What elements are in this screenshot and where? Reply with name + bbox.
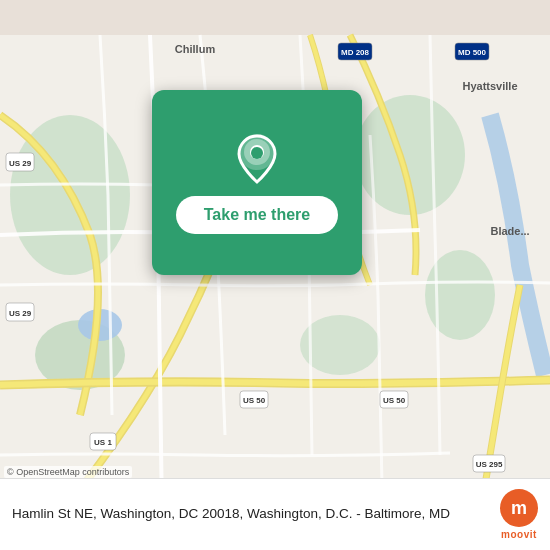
svg-text:US 29: US 29 [9,309,32,318]
svg-point-31 [251,147,263,159]
svg-text:US 1: US 1 [94,438,112,447]
osm-attribution: © OpenStreetMap contributors [4,466,132,478]
svg-text:Hyattsville: Hyattsville [462,80,517,92]
svg-text:m: m [511,498,527,518]
moovit-logo: m moovit [500,489,538,540]
moovit-icon: m [500,489,538,527]
svg-text:US 50: US 50 [243,396,266,405]
svg-text:US 29: US 29 [9,159,32,168]
svg-text:MD 208: MD 208 [341,48,370,57]
take-me-there-button[interactable]: Take me there [176,196,338,234]
info-bar: Hamlin St NE, Washington, DC 20018, Wash… [0,478,550,550]
svg-text:US 295: US 295 [476,460,503,469]
svg-text:Chillum: Chillum [175,43,216,55]
svg-text:US 50: US 50 [383,396,406,405]
map-container: US 29 US 29 US 1 US 1 US 50 US 50 US 295… [0,0,550,550]
svg-text:Blade...: Blade... [490,225,529,237]
moovit-brand-label: moovit [501,529,537,540]
svg-text:MD 500: MD 500 [458,48,487,57]
location-pin-icon [231,132,283,184]
location-card: Take me there [152,90,362,275]
address-text: Hamlin St NE, Washington, DC 20018, Wash… [12,505,490,524]
